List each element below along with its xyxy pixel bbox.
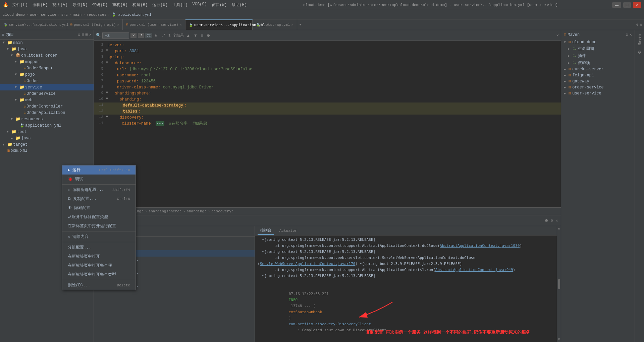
tab-bootstrap[interactable]: 🍃 bootstrap.yml ✕ — [253, 19, 297, 30]
ctx-remove-config[interactable]: 从服务中移除配置类型 — [62, 212, 136, 221]
maven-cloud-demo[interactable]: ▼ m cloud-demo — [561, 39, 635, 45]
tree-item-pomxml[interactable]: m pom.xml — [0, 148, 94, 154]
maven-feign-api[interactable]: ▶ m feign-api — [561, 72, 635, 78]
scrollbar-thumb[interactable] — [558, 279, 560, 289]
tree-item-orderapplication[interactable]: ☕ OrderApplication — [0, 110, 94, 116]
menu-build[interactable]: 构建(B) — [130, 1, 150, 8]
tab-pom-user[interactable]: m pom.xml (user-service) ✕ — [123, 19, 185, 30]
menu-code[interactable]: 代码(C) — [90, 1, 110, 8]
menu-tools[interactable]: 工具(T) — [170, 1, 190, 8]
ctx-open-each-type[interactable]: 在新标签页中打开每个类型 — [62, 270, 136, 279]
maven-user-service[interactable]: ▶ m user-service — [561, 90, 635, 96]
maven-gateway[interactable]: ▶ m gateway — [561, 78, 635, 84]
console-scrollbar[interactable]: ▲ ▼ — [557, 226, 561, 342]
maven-strip-btn[interactable]: ⚙ — [637, 48, 642, 56]
tab-close-icon[interactable]: ✕ — [291, 23, 293, 27]
breadcrumb-item[interactable]: cloud-demo — [3, 13, 25, 17]
tab-service-app[interactable]: 🍃 service\...\application.yml ✕ — [0, 19, 67, 30]
next-result-button[interactable]: ▼ — [193, 32, 199, 39]
menu-edit[interactable]: 编辑(E) — [31, 1, 50, 8]
ctx-edit-config[interactable]: ✏ 编辑所选配置... Shift+F4 — [62, 185, 136, 194]
ctx-run[interactable]: ▶ 运行 Ctrl+Shift+F10 — [62, 165, 136, 175]
scroll-up-icon[interactable]: ▲ — [558, 227, 560, 230]
menu-help[interactable]: 帮助(H) — [229, 1, 249, 8]
panel-close-icon[interactable]: ✕ — [556, 218, 558, 223]
maven-close-icon[interactable]: ✕ — [630, 32, 632, 37]
tree-item-ordercontroller[interactable]: ☕ OrderController — [0, 103, 94, 110]
breadcrumb-item[interactable]: src — [61, 13, 68, 17]
maven-order-service[interactable]: ▶ m order-service — [561, 84, 635, 90]
tree-item-main[interactable]: ▼ 📁 main — [0, 40, 94, 46]
tree-item-resources[interactable]: ▼ 📁 resources — [0, 116, 94, 122]
tab-pom-feign[interactable]: m pom.xml (feign-api) ✕ — [67, 19, 123, 30]
tree-item-target[interactable]: ▶ 📁 target — [0, 141, 94, 148]
servlet-ctx-link[interactable]: ServletWebServerApplicationContext.java:… — [260, 262, 356, 266]
tree-item-appyml[interactable]: 🍃 application.yml — [0, 122, 94, 129]
abstract-ctx-link[interactable]: AbstractApplicationContext.java:1030 — [440, 244, 520, 248]
tree-item-orderservice[interactable]: ☕ OrderService — [0, 90, 94, 97]
menu-nav[interactable]: 导航(N) — [70, 1, 90, 8]
ctx-copy-config[interactable]: ⧉ 复制配置... Ctrl+D — [62, 194, 136, 203]
menu-file[interactable]: 文件(F) — [10, 1, 30, 8]
menu-bar[interactable]: 文件(F) 编辑(E) 视图(V) 导航(N) 代码(C) 重构(R) 构建(B… — [10, 1, 249, 8]
code-editor[interactable]: 1 server: 2 ● port: 8081 3 spring: 4 ● d… — [94, 41, 561, 207]
prev-result-button[interactable]: ▲ — [185, 32, 191, 39]
ctx-hide-config[interactable]: 👁 隐藏配置 — [62, 203, 136, 212]
tab-settings-icon[interactable]: ⚙ — [636, 22, 639, 27]
filter-button[interactable]: ≡ — [200, 32, 204, 39]
tab-split-icon[interactable]: ⊟ — [640, 22, 642, 27]
tab-overflow-button[interactable]: ▾ — [297, 19, 304, 30]
breadcrumb-discovery[interactable]: discovery: — [211, 209, 233, 213]
menu-vcs[interactable]: VCS(S) — [190, 1, 209, 8]
sidebar-close-icon[interactable]: ✕ — [89, 32, 92, 37]
tree-item-ordermapper[interactable]: ☕ OrderMapper — [0, 65, 94, 71]
maximize-button[interactable]: □ — [623, 2, 631, 8]
tab-actuator[interactable]: Actuator — [277, 227, 300, 234]
tab-close-icon[interactable]: ✕ — [180, 23, 182, 27]
tree-item-web[interactable]: ▼ 📁 web — [0, 97, 94, 103]
whole-word-button[interactable]: W — [154, 33, 159, 38]
panel-settings-icon[interactable]: ⚙ — [545, 218, 548, 223]
menu-view[interactable]: 视图(V) — [50, 1, 70, 8]
filter-options-button[interactable]: ⚙ — [206, 32, 211, 39]
ctx-group[interactable]: 分组配置... — [62, 243, 136, 252]
sidebar-collapse-icon[interactable]: ⊞ — [86, 32, 88, 37]
tab-close-icon[interactable]: ✕ — [117, 23, 119, 27]
ctx-debug[interactable]: 🐞 调试 — [62, 175, 136, 184]
maven-side-strip[interactable]: Maven ⚙ — [635, 30, 644, 342]
maven-lifecycle[interactable]: ▶ 🗂 生命周期 — [561, 45, 635, 52]
discovery-client-link[interactable]: com.netflix.discovery.DiscoveryClient — [289, 322, 371, 326]
ctx-open-tab[interactable]: 在新标签页中打开运行配置 — [62, 221, 136, 230]
tree-item-java[interactable]: ▼ 📁 java — [0, 46, 94, 52]
tree-item-java2[interactable]: ▶ 📁 java — [0, 135, 94, 141]
tree-item-package[interactable]: ▼ 📦 cn.itcast.order — [0, 52, 94, 59]
tree-item-test[interactable]: ▼ 📁 test — [0, 129, 94, 135]
abstract-ctx-link2[interactable]: AbstractApplicationContext.java:949 — [435, 268, 513, 272]
breadcrumb-item[interactable]: resources — [87, 13, 106, 17]
ctx-open-each[interactable]: 在新标签页中打开每个项 — [62, 261, 136, 270]
menu-run[interactable]: 运行(U) — [150, 1, 170, 8]
window-controls[interactable]: — □ ✕ — [612, 2, 641, 8]
maven-eureka-server[interactable]: ▶ m eureka-server — [561, 66, 635, 72]
tree-item-service[interactable]: ▼ 📁 service — [0, 84, 94, 90]
scroll-down-icon[interactable]: ▼ — [558, 338, 560, 341]
tab-user-app[interactable]: 🍃 user-service\...\application.yml ✕ — [185, 19, 253, 30]
breadcrumb-item[interactable]: main — [73, 13, 82, 17]
maven-strip-label[interactable]: Maven — [638, 31, 642, 48]
search-input[interactable] — [102, 32, 129, 39]
regex-button[interactable]: .* — [160, 33, 167, 38]
search-close-icon[interactable]: ✕ — [556, 33, 559, 38]
menu-refactor[interactable]: 重构(R) — [110, 1, 130, 8]
breadcrumb-sharding[interactable]: shardingsphere: — [149, 209, 182, 213]
close-button[interactable]: ✕ — [633, 2, 641, 8]
menu-window[interactable]: 窗口(W) — [210, 1, 229, 8]
breadcrumb-file[interactable]: 🍃 application.yml — [111, 12, 152, 17]
ctx-open-newtab[interactable]: 在新标签页中打开 — [62, 252, 136, 261]
maven-dependencies[interactable]: ▶ 🗂 依赖项 — [561, 59, 635, 66]
sidebar-settings-icon[interactable]: ⚙ — [78, 32, 80, 37]
minimize-button[interactable]: — — [612, 2, 621, 8]
panel-gear-icon[interactable]: ⚙ — [551, 218, 553, 223]
maven-settings-icon[interactable]: ⚙ — [626, 32, 628, 37]
ctx-clear[interactable]: ✕ 清除内容 — [62, 232, 136, 241]
breadcrumb-sharding2[interactable]: sharding: — [186, 209, 206, 213]
